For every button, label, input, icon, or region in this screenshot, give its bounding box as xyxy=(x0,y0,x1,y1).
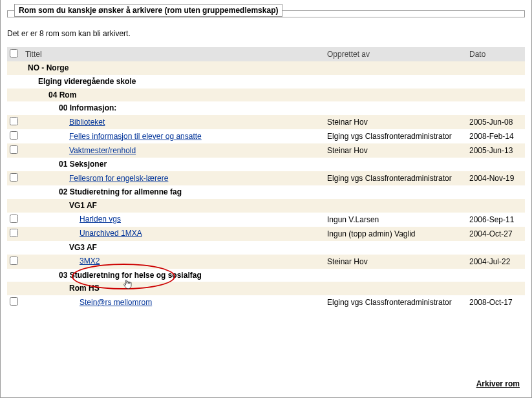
table-row: 01 Seksjoner xyxy=(7,158,525,171)
row-checkbox-cell xyxy=(7,143,23,158)
room-link[interactable]: 3MX2 xyxy=(80,257,100,266)
row-creator-cell: Elging vgs Classfronteradministrator xyxy=(325,171,467,185)
row-creator-cell: Steinar Hov xyxy=(325,115,467,129)
row-date-cell xyxy=(467,282,525,295)
row-creator-cell: Ingun (topp admin) Vaglid xyxy=(325,227,467,241)
folder-title: 02 Studieretning for allmenne fag xyxy=(59,187,182,196)
row-date-cell xyxy=(467,199,525,213)
row-date-cell xyxy=(467,89,525,102)
row-date-cell: 2008-Feb-14 xyxy=(467,129,525,143)
table-row: Fellesrom for engelsk-lærereElging vgs C… xyxy=(7,171,525,185)
table-row: 03 Studieretning for helse og sosialfag xyxy=(7,269,525,282)
row-title-cell: 03 Studieretning for helse og sosialfag xyxy=(23,269,325,282)
room-link[interactable]: Vaktmester/renhold xyxy=(69,146,136,155)
room-link[interactable]: Stein@rs mellomrom xyxy=(80,298,152,307)
room-link[interactable]: Biblioteket xyxy=(69,118,105,127)
row-title-cell: Felles informasjon til elever og ansatte xyxy=(23,129,325,143)
fieldset-legend: Rom som du kanskje ønsker å arkivere (ro… xyxy=(14,4,282,17)
table-row: BiblioteketSteinar Hov2005-Jun-08 xyxy=(7,115,525,129)
column-header-checkbox xyxy=(7,47,23,61)
table-row: NO - Norge xyxy=(7,61,525,75)
row-checkbox-cell xyxy=(7,129,23,143)
row-checkbox-cell xyxy=(7,213,23,227)
row-title-cell: VG1 AF xyxy=(23,199,325,213)
folder-title: NO - Norge xyxy=(28,63,69,72)
row-date-cell xyxy=(467,75,525,89)
table-row: Unarchived 1MXAIngun (topp admin) Vaglid… xyxy=(7,227,525,241)
room-link[interactable]: Fellesrom for engelsk-lærere xyxy=(69,174,168,183)
row-date-cell xyxy=(467,101,525,115)
intro-text: Det er er 8 rom som kan bli arkivert. xyxy=(7,29,525,38)
table-row: Elging videregående skole xyxy=(7,75,525,89)
row-title-cell: 3MX2 xyxy=(23,255,325,269)
row-checkbox-cell xyxy=(7,269,23,282)
row-title-cell: 04 Rom xyxy=(23,89,325,102)
table-row: Vaktmester/renholdSteinar Hov2005-Jun-13 xyxy=(7,143,525,158)
row-checkbox-cell xyxy=(7,295,23,309)
column-header-date: Dato xyxy=(467,47,525,61)
row-checkbox[interactable] xyxy=(10,215,18,223)
row-title-cell: Biblioteket xyxy=(23,115,325,129)
row-date-cell: 2006-Sep-11 xyxy=(467,213,525,227)
row-date-cell xyxy=(467,185,525,199)
row-checkbox[interactable] xyxy=(10,173,18,182)
row-creator-cell: Steinar Hov xyxy=(325,143,467,158)
folder-title: 01 Seksjoner xyxy=(59,160,107,169)
row-checkbox[interactable] xyxy=(10,145,18,154)
row-creator-cell xyxy=(325,282,467,295)
row-creator-cell: Steinar Hov xyxy=(325,255,467,269)
row-date-cell: 2005-Jun-08 xyxy=(467,115,525,129)
row-title-cell: 00 Informasjon: xyxy=(23,101,325,115)
row-checkbox-cell xyxy=(7,199,23,213)
row-title-cell: Stein@rs mellomrom xyxy=(23,295,325,309)
row-title-cell: Unarchived 1MXA xyxy=(23,227,325,241)
row-title-cell: Elging videregående skole xyxy=(23,75,325,89)
room-link[interactable]: Harlden vgs xyxy=(80,215,121,224)
row-checkbox[interactable] xyxy=(10,229,18,237)
row-date-cell xyxy=(467,158,525,171)
row-date-cell: 2004-Jul-22 xyxy=(467,255,525,269)
table-row: 02 Studieretning for allmenne fag xyxy=(7,185,525,199)
row-checkbox[interactable] xyxy=(10,131,18,140)
row-checkbox-cell xyxy=(7,171,23,185)
row-creator-cell xyxy=(325,241,467,255)
folder-title: Rom HS xyxy=(69,284,100,293)
row-creator-cell xyxy=(325,61,467,75)
table-row: 3MX2Steinar Hov2004-Jul-22 xyxy=(7,255,525,269)
row-title-cell: Harlden vgs xyxy=(23,213,325,227)
row-checkbox-cell xyxy=(7,185,23,199)
row-checkbox-cell xyxy=(7,227,23,241)
table-row: VG1 AF xyxy=(7,199,525,213)
footer-actions: Arkiver rom xyxy=(476,379,520,388)
select-all-checkbox[interactable] xyxy=(10,49,18,58)
row-date-cell xyxy=(467,241,525,255)
table-row: 00 Informasjon: xyxy=(7,101,525,115)
row-creator-cell: Elging vgs Classfronteradministrator xyxy=(325,129,467,143)
row-title-cell: VG3 AF xyxy=(23,241,325,255)
row-checkbox-cell xyxy=(7,282,23,295)
folder-title: Elging videregående skole xyxy=(38,77,136,86)
row-checkbox[interactable] xyxy=(10,117,18,125)
row-checkbox[interactable] xyxy=(10,297,18,306)
row-creator-cell xyxy=(325,185,467,199)
table-row: VG3 AF xyxy=(7,241,525,255)
row-date-cell xyxy=(467,269,525,282)
row-date-cell: 2004-Oct-27 xyxy=(467,227,525,241)
row-checkbox-cell xyxy=(7,115,23,129)
row-creator-cell xyxy=(325,89,467,102)
row-date-cell xyxy=(467,61,525,75)
folder-title: VG1 AF xyxy=(69,201,97,210)
row-checkbox[interactable] xyxy=(10,257,18,265)
row-title-cell: 01 Seksjoner xyxy=(23,158,325,171)
row-title-cell: Rom HS xyxy=(23,282,325,295)
row-title-cell: NO - Norge xyxy=(23,61,325,75)
folder-title: 04 Rom xyxy=(48,90,76,100)
archive-rooms-panel: Rom som du kanskje ønsker å arkivere (ro… xyxy=(0,0,532,398)
row-creator-cell: Elging vgs Classfronteradministrator xyxy=(325,295,467,309)
room-link[interactable]: Felles informasjon til elever og ansatte xyxy=(69,132,202,141)
row-creator-cell xyxy=(325,199,467,213)
folder-title: VG3 AF xyxy=(69,243,97,252)
row-checkbox-cell xyxy=(7,61,23,75)
archive-rooms-link[interactable]: Arkiver rom xyxy=(476,379,520,388)
room-link[interactable]: Unarchived 1MXA xyxy=(80,229,142,238)
